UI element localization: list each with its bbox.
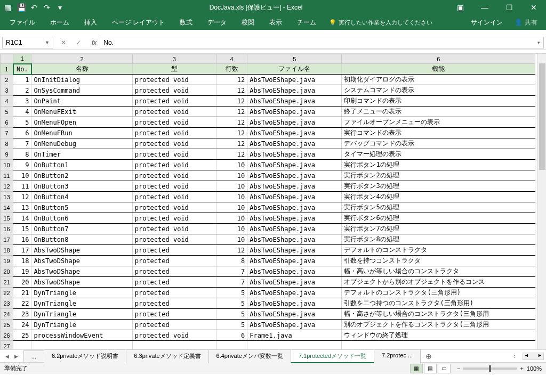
ribbon-tab-3[interactable]: ページ レイアウト xyxy=(105,15,172,30)
zoom-level[interactable]: 100% xyxy=(527,365,542,372)
cell[interactable]: 18 xyxy=(13,256,31,266)
sheet-tab[interactable]: 6.2privateメソッド説明書 xyxy=(44,349,126,363)
qat-customize-icon[interactable]: ▾ xyxy=(55,3,64,12)
cell[interactable]: protected void xyxy=(132,75,216,85)
cell[interactable]: AbsTwoEShape.java xyxy=(247,107,342,117)
cell[interactable]: protected xyxy=(132,245,216,256)
ribbon-tab-6[interactable]: 校閲 xyxy=(234,15,262,30)
cell[interactable]: 幅・高さが等しい場合のコンストラクタ(三角形用 xyxy=(342,309,535,320)
cell[interactable]: 12 xyxy=(216,96,247,107)
cell[interactable]: protected void xyxy=(132,96,216,107)
cell[interactable]: AbsTwoEShape.java xyxy=(247,213,342,224)
row-header[interactable]: 22 xyxy=(1,288,13,298)
cell[interactable] xyxy=(342,341,535,350)
cell[interactable]: OnPaint xyxy=(31,96,132,107)
cell[interactable]: OnSysCommand xyxy=(31,85,132,96)
header-cell[interactable]: No. xyxy=(13,64,31,75)
sheet-tab[interactable]: 7.2protec ... xyxy=(374,349,421,363)
cell[interactable]: AbsTwoEShape.java xyxy=(247,277,342,288)
ribbon-tab-0[interactable]: ファイル xyxy=(2,15,43,30)
row-header[interactable]: 14 xyxy=(1,202,13,213)
row-header[interactable]: 9 xyxy=(1,149,13,160)
cell[interactable]: OnButton7 xyxy=(31,224,132,234)
row-header[interactable]: 3 xyxy=(1,85,13,96)
cell[interactable]: 6 xyxy=(216,330,247,341)
row-header[interactable]: 15 xyxy=(1,213,13,224)
cell[interactable]: 17 xyxy=(13,245,31,256)
row-header[interactable]: 17 xyxy=(1,234,13,245)
cell[interactable]: DynTriangle xyxy=(31,298,132,309)
cell[interactable]: 15 xyxy=(13,224,31,234)
cell[interactable]: protected xyxy=(132,320,216,330)
cell[interactable]: ファイルオープンメニューの表示 xyxy=(342,117,535,128)
cell[interactable]: AbsTwoEShape.java xyxy=(247,288,342,298)
expand-formula-icon[interactable]: ▾ xyxy=(537,40,540,45)
cell[interactable]: AbsTwoEShape.java xyxy=(247,224,342,234)
cell[interactable]: 5 xyxy=(13,117,31,128)
cell[interactable]: protected xyxy=(132,256,216,266)
new-sheet-button[interactable]: ⊕ xyxy=(420,352,437,361)
cell[interactable]: 10 xyxy=(13,170,31,181)
cell[interactable]: AbsTwoEShape.java xyxy=(247,160,342,170)
ribbon-tab-8[interactable]: チーム xyxy=(290,15,324,30)
cell[interactable]: 2 xyxy=(13,85,31,96)
cell[interactable]: Frame1.java xyxy=(247,330,342,341)
cell[interactable]: AbsTwoEShape.java xyxy=(247,298,342,309)
cell[interactable]: protected void xyxy=(132,160,216,170)
row-header[interactable]: 26 xyxy=(1,330,13,341)
sign-in-link[interactable]: サインイン xyxy=(465,18,508,27)
ribbon-tab-7[interactable]: 表示 xyxy=(262,15,290,30)
cell[interactable]: 12 xyxy=(216,85,247,96)
cell[interactable]: 1 xyxy=(13,75,31,85)
cell[interactable]: OnMenuDebug xyxy=(31,138,132,149)
cell[interactable]: OnButton1 xyxy=(31,160,132,170)
vertical-scrollbar[interactable] xyxy=(537,54,546,349)
cell[interactable]: protected void xyxy=(132,224,216,234)
cell[interactable]: 印刷コマンドの表示 xyxy=(342,96,535,107)
cell[interactable]: 8 xyxy=(216,256,247,266)
view-page-layout-button[interactable]: ▤ xyxy=(424,364,437,373)
header-cell[interactable]: ファイル名 xyxy=(247,64,342,75)
select-all-corner[interactable] xyxy=(1,54,13,64)
cell[interactable]: 12 xyxy=(216,117,247,128)
cell[interactable]: AbsTwoEShape.java xyxy=(247,320,342,330)
row-header[interactable]: 12 xyxy=(1,181,13,192)
cell[interactable]: 12 xyxy=(216,128,247,138)
cell[interactable]: AbsTwoEShape.java xyxy=(247,138,342,149)
cell[interactable]: protected void xyxy=(132,85,216,96)
ribbon-tab-4[interactable]: 数式 xyxy=(172,15,200,30)
cell[interactable]: protected void xyxy=(132,181,216,192)
col-header-5[interactable]: 5 xyxy=(247,54,342,64)
cell[interactable]: 20 xyxy=(13,277,31,288)
maximize-button[interactable]: ☐ xyxy=(497,0,521,15)
cell[interactable]: protected void xyxy=(132,138,216,149)
cell[interactable]: 12 xyxy=(216,138,247,149)
cell[interactable]: タイマー処理の表示 xyxy=(342,149,535,160)
cell[interactable]: 実行ボタン8の処理 xyxy=(342,234,535,245)
cell[interactable]: OnButton4 xyxy=(31,192,132,202)
cell[interactable]: 3 xyxy=(13,96,31,107)
sheet-menu-icon[interactable]: ⋮ xyxy=(508,353,520,360)
row-header[interactable]: 25 xyxy=(1,320,13,330)
cell[interactable]: OnMenuFRun xyxy=(31,128,132,138)
spreadsheet-grid[interactable]: 123456 1No.名称型行数ファイル名機能21OnInitDialogpro… xyxy=(0,53,546,349)
cell[interactable]: OnButton8 xyxy=(31,234,132,245)
cell[interactable]: 10 xyxy=(216,181,247,192)
cell[interactable]: protected xyxy=(132,288,216,298)
fx-label[interactable]: fx xyxy=(89,39,100,46)
cell[interactable]: 5 xyxy=(216,309,247,320)
cell[interactable]: protected void xyxy=(132,149,216,160)
ribbon-tab-1[interactable]: ホーム xyxy=(43,15,77,30)
cell[interactable]: 実行ボタン3の処理 xyxy=(342,181,535,192)
cell[interactable]: デフォルトのコンストラクタ xyxy=(342,245,535,256)
row-header[interactable]: 11 xyxy=(1,170,13,181)
cell[interactable]: 23 xyxy=(13,309,31,320)
cell[interactable]: 終了メニューの表示 xyxy=(342,107,535,117)
cell[interactable]: 11 xyxy=(13,181,31,192)
minimize-button[interactable]: — xyxy=(472,0,497,15)
cell[interactable]: AbsTwoEShape.java xyxy=(247,128,342,138)
cell[interactable]: 引数を二つ持つのコンストラクタ(三角形用) xyxy=(342,298,535,309)
cell[interactable]: 7 xyxy=(216,277,247,288)
cell[interactable]: OnInitDialog xyxy=(31,75,132,85)
row-header[interactable]: 8 xyxy=(1,138,13,149)
